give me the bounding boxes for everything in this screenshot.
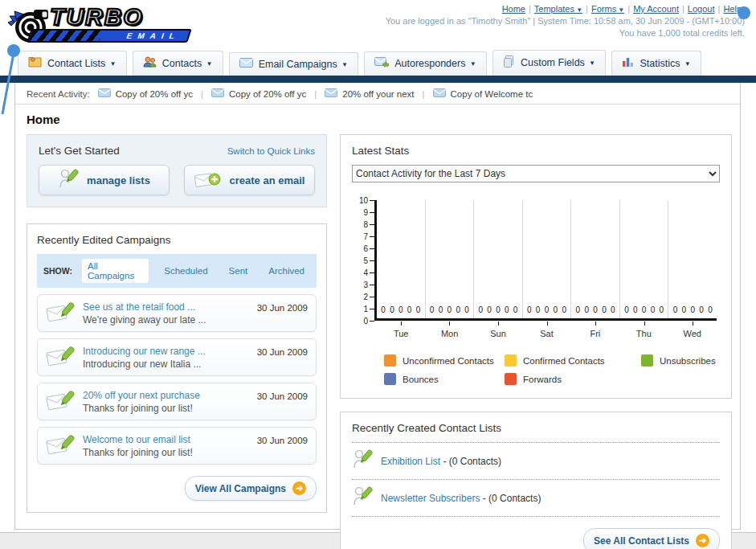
- view-all-campaigns-button[interactable]: View All Campaigns ➜: [185, 476, 317, 501]
- y-tick-label: 10: [359, 196, 368, 205]
- recent-activity-item[interactable]: Copy of 20% off yc: [211, 88, 306, 99]
- campaign-item[interactable]: See us at the retail food ...We're givin…: [37, 294, 317, 332]
- campaign-title-link[interactable]: See us at the retail food ...: [83, 301, 249, 313]
- latest-stats-panel: Latest Stats Contact Activity for the La…: [340, 134, 732, 399]
- data-value-label: 0: [690, 305, 695, 314]
- legend-swatch-icon: [505, 354, 517, 367]
- main-nav: Contact Lists▾Contacts▾Email Campaigns▾A…: [0, 50, 756, 76]
- contact-list-link[interactable]: Exhibition List: [381, 456, 440, 467]
- nav-tab-autoresponders[interactable]: Autoresponders▾: [364, 51, 487, 76]
- stats-range-select[interactable]: Contact Activity for the Last 7 Days: [352, 165, 720, 182]
- chart-day-column: 00000: [620, 200, 669, 318]
- nav-tab-custom-fields[interactable]: Custom Fields▾: [492, 50, 606, 76]
- filter-scheduled[interactable]: Scheduled: [158, 264, 213, 278]
- header-link-my-account[interactable]: My Account: [633, 4, 679, 14]
- campaign-date: 30 Jun 2009: [257, 347, 308, 357]
- envelope-pencil-icon: [46, 389, 75, 414]
- legend-label: Unconfirmed Contacts: [403, 356, 494, 366]
- x-tick-label: Tue: [377, 329, 425, 338]
- y-tick-label: 0: [363, 317, 368, 326]
- switch-quick-links-link[interactable]: Switch to Quick Links: [227, 146, 315, 156]
- campaign-title-link[interactable]: Welcome to our email list: [83, 434, 249, 445]
- chart-legend: Unconfirmed ContactsConfirmed ContactsUn…: [384, 354, 720, 385]
- campaigns-list: See us at the retail food ...We're givin…: [37, 294, 317, 465]
- legend-swatch-icon: [505, 373, 517, 385]
- chevron-down-icon: ▼: [616, 6, 624, 14]
- data-value-label: 0: [584, 305, 589, 314]
- blue-dot-decoration: [738, 6, 750, 19]
- nav-tab-email-campaigns[interactable]: Email Campaigns▾: [229, 52, 359, 76]
- data-value-label: 0: [439, 305, 443, 314]
- campaign-title-link[interactable]: Introducing our new range ...: [83, 346, 249, 357]
- campaign-date: 30 Jun 2009: [257, 391, 308, 401]
- header-link-templates[interactable]: Templates ▼: [534, 4, 582, 14]
- contact-list-item[interactable]: Newsletter Subscribers - (0 Contacts): [352, 479, 720, 517]
- x-tick-label: Sat: [522, 329, 570, 338]
- data-value-label: 0: [536, 305, 541, 314]
- content-frame: Recent Activity: Copy of 20% off yc|Copy…: [14, 83, 741, 530]
- data-value-label: 0: [593, 305, 598, 314]
- person-pencil-icon: [58, 168, 79, 193]
- filter-archived[interactable]: Archived: [263, 264, 310, 278]
- data-value-label: 0: [673, 305, 678, 314]
- legend-item: Bounces: [384, 373, 505, 385]
- data-value-label: 0: [416, 305, 421, 314]
- latest-stats-title: Latest Stats: [352, 145, 720, 157]
- envelope-icon: [325, 88, 337, 99]
- get-started-title: Let's Get Started: [39, 145, 120, 157]
- recent-activity-item[interactable]: Copy of Welcome tc: [433, 88, 533, 99]
- bar-chart-icon: [622, 56, 634, 70]
- nav-tab-statistics[interactable]: Statistics▾: [611, 51, 701, 76]
- filter-sent[interactable]: Sent: [223, 264, 254, 278]
- contact-list-count: - (0 Contacts): [480, 493, 541, 504]
- filter-all-campaigns[interactable]: All Campaigns: [82, 259, 149, 283]
- chart-day-column: 00000: [523, 200, 572, 318]
- header-link-forms[interactable]: Forms ▼: [591, 4, 624, 14]
- nav-tab-contacts[interactable]: Contacts▾: [133, 51, 223, 76]
- campaign-title-link[interactable]: 20% off your next purchase: [83, 390, 249, 401]
- recent-activity-item-label: Copy of 20% off yc: [116, 89, 193, 99]
- recent-activity-item[interactable]: 20% off your next: [325, 88, 414, 99]
- contact-list-link[interactable]: Newsletter Subscribers: [381, 493, 480, 504]
- chart-day-column: 00000: [668, 200, 717, 318]
- campaign-item[interactable]: Introducing our new range ...Introducing…: [37, 338, 317, 376]
- header: TURBO EMAIL Home|Templates ▼|Forms ▼|My …: [0, 0, 756, 50]
- recent-activity-label: Recent Activity:: [27, 89, 90, 99]
- documents-icon: [503, 55, 515, 70]
- data-value-label: 0: [642, 305, 647, 314]
- data-value-label: 0: [527, 305, 532, 314]
- y-tick-label: 3: [363, 281, 368, 289]
- envelope-pencil-icon: [46, 345, 75, 370]
- manage-lists-button[interactable]: manage lists: [39, 165, 170, 195]
- envelope-pencil-icon: [46, 433, 75, 458]
- legend-item: Confirmed Contacts: [505, 354, 641, 367]
- y-tick-label: 5: [363, 256, 368, 265]
- data-value-label: 0: [699, 305, 704, 314]
- logo-title: TURBO: [50, 3, 144, 31]
- contact-activity-chart: 109876543210 000000000000000000000000000…: [352, 200, 720, 338]
- chevron-down-icon: ▾: [207, 59, 211, 68]
- person-pencil-icon: [352, 449, 373, 473]
- header-link-home[interactable]: Home: [502, 4, 525, 14]
- see-all-contact-lists-label: See All Contact Lists: [594, 535, 689, 547]
- chart-day-column: 00000: [426, 200, 475, 318]
- legend-label: Forwards: [523, 375, 562, 384]
- item-separator: |: [201, 89, 203, 99]
- recent-activity-item[interactable]: Copy of 20% off yc: [98, 88, 193, 99]
- contact-list-item[interactable]: Exhibition List - (0 Contacts): [352, 442, 720, 479]
- campaigns-filter-bar: SHOW: All CampaignsScheduledSentArchived: [37, 254, 317, 288]
- link-separator: |: [529, 4, 531, 14]
- create-an-email-button[interactable]: create an email: [184, 165, 315, 195]
- recent-activity-item-label: Copy of 20% off yc: [229, 89, 306, 99]
- nav-tab-label: Contacts: [162, 58, 202, 69]
- zero-value-labels: 00000: [571, 305, 619, 314]
- nav-tab-contact-lists[interactable]: Contact Lists▾: [18, 51, 127, 76]
- campaign-item[interactable]: 20% off your next purchaseThanks for joi…: [37, 383, 317, 420]
- page-title: Home: [27, 113, 740, 126]
- see-all-contact-lists-button[interactable]: See All Contact Lists ➜: [583, 528, 720, 549]
- turbo-email-logo: TURBO EMAIL: [6, 3, 203, 47]
- zero-value-labels: 00000: [377, 305, 425, 314]
- header-link-logout[interactable]: Logout: [688, 4, 715, 14]
- campaign-item[interactable]: Welcome to our email listThanks for join…: [37, 427, 317, 465]
- data-value-label: 0: [513, 305, 518, 314]
